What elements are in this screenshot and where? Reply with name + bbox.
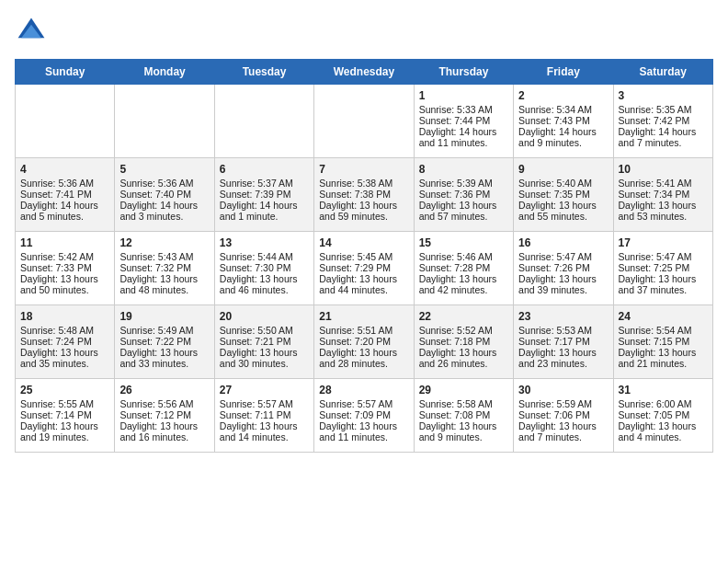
day-info: Daylight: 14 hours — [419, 126, 508, 137]
day-info: Sunrise: 5:47 AM — [518, 251, 608, 262]
day-info: and 1 minute. — [220, 211, 309, 222]
calendar-cell: 19Sunrise: 5:49 AMSunset: 7:22 PMDayligh… — [115, 305, 214, 379]
day-header-tuesday: Tuesday — [214, 60, 313, 85]
calendar-cell: 14Sunrise: 5:45 AMSunset: 7:29 PMDayligh… — [314, 232, 414, 305]
day-number: 23 — [518, 310, 608, 323]
day-number: 13 — [220, 236, 309, 249]
day-info: Sunset: 7:12 PM — [119, 409, 209, 420]
day-header-sunday: Sunday — [16, 60, 115, 85]
calendar-week-row: 11Sunrise: 5:42 AMSunset: 7:33 PMDayligh… — [16, 232, 713, 305]
day-info: Sunrise: 5:36 AM — [20, 178, 109, 189]
day-number: 7 — [319, 163, 408, 176]
day-info: Sunset: 7:14 PM — [20, 409, 109, 420]
day-info: and 11 minutes. — [319, 431, 408, 442]
day-info: Sunset: 7:22 PM — [119, 336, 209, 347]
day-number: 9 — [518, 163, 608, 176]
day-info: and 55 minutes. — [518, 211, 608, 222]
day-info: Sunrise: 5:48 AM — [20, 325, 109, 336]
day-info: Sunrise: 5:38 AM — [319, 178, 408, 189]
calendar-cell: 10Sunrise: 5:41 AMSunset: 7:34 PMDayligh… — [613, 158, 712, 232]
day-info: Sunrise: 5:55 AM — [20, 398, 109, 409]
calendar-cell: 8Sunrise: 5:39 AMSunset: 7:36 PMDaylight… — [414, 158, 513, 232]
day-info: Daylight: 13 hours — [518, 347, 608, 358]
calendar-cell — [214, 85, 313, 158]
calendar-cell: 13Sunrise: 5:44 AMSunset: 7:30 PMDayligh… — [214, 232, 313, 305]
day-info: and 7 minutes. — [619, 137, 708, 148]
calendar-cell: 5Sunrise: 5:36 AMSunset: 7:40 PMDaylight… — [115, 158, 214, 232]
day-info: Sunrise: 5:46 AM — [419, 251, 508, 262]
day-number: 30 — [518, 384, 608, 396]
day-info: Daylight: 14 hours — [220, 200, 309, 211]
day-number: 20 — [220, 310, 309, 323]
day-info: and 14 minutes. — [220, 431, 309, 442]
day-info: and 37 minutes. — [619, 284, 708, 295]
day-number: 4 — [20, 163, 109, 176]
day-info: and 7 minutes. — [518, 431, 608, 442]
day-info: Sunrise: 5:57 AM — [220, 398, 309, 409]
day-number: 29 — [419, 384, 508, 396]
day-info: and 44 minutes. — [319, 284, 408, 295]
day-info: Daylight: 13 hours — [419, 420, 508, 431]
calendar-cell: 15Sunrise: 5:46 AMSunset: 7:28 PMDayligh… — [414, 232, 513, 305]
day-info: Sunset: 7:29 PM — [319, 262, 408, 273]
calendar-cell: 11Sunrise: 5:42 AMSunset: 7:33 PMDayligh… — [16, 232, 115, 305]
day-info: Sunrise: 5:44 AM — [220, 251, 309, 262]
day-header-thursday: Thursday — [414, 60, 513, 85]
day-info: Sunset: 7:24 PM — [20, 336, 109, 347]
calendar-week-row: 25Sunrise: 5:55 AMSunset: 7:14 PMDayligh… — [16, 379, 713, 453]
calendar-cell: 7Sunrise: 5:38 AMSunset: 7:38 PMDaylight… — [314, 158, 414, 232]
calendar-cell: 23Sunrise: 5:53 AMSunset: 7:17 PMDayligh… — [514, 305, 613, 379]
day-info: Daylight: 13 hours — [220, 347, 309, 358]
day-info: Sunset: 7:18 PM — [419, 336, 508, 347]
day-info: and 33 minutes. — [119, 358, 209, 369]
day-number: 14 — [319, 236, 408, 249]
day-info: and 26 minutes. — [419, 358, 508, 369]
day-info: Daylight: 13 hours — [419, 347, 508, 358]
calendar-cell: 26Sunrise: 5:56 AMSunset: 7:12 PMDayligh… — [115, 379, 214, 453]
day-info: Daylight: 13 hours — [619, 273, 708, 284]
calendar-cell: 12Sunrise: 5:43 AMSunset: 7:32 PMDayligh… — [115, 232, 214, 305]
day-info: Sunset: 7:28 PM — [419, 262, 508, 273]
calendar-cell: 1Sunrise: 5:33 AMSunset: 7:44 PMDaylight… — [414, 85, 513, 158]
page-header — [15, 15, 713, 48]
day-info: Sunset: 7:41 PM — [20, 189, 109, 200]
day-number: 25 — [20, 384, 109, 396]
day-info: and 3 minutes. — [119, 211, 209, 222]
day-info: Daylight: 13 hours — [119, 420, 209, 431]
day-info: Sunset: 7:06 PM — [518, 409, 608, 420]
calendar-cell: 31Sunrise: 6:00 AMSunset: 7:05 PMDayligh… — [613, 379, 712, 453]
day-info: Sunset: 7:25 PM — [619, 262, 708, 273]
day-info: and 28 minutes. — [319, 358, 408, 369]
day-number: 19 — [119, 310, 209, 323]
day-info: Sunrise: 5:49 AM — [119, 325, 209, 336]
calendar-cell — [314, 85, 414, 158]
day-number: 16 — [518, 236, 608, 249]
day-info: Sunset: 7:44 PM — [419, 115, 508, 126]
day-number: 2 — [518, 89, 608, 102]
day-info: Sunrise: 5:57 AM — [319, 398, 408, 409]
calendar-cell: 20Sunrise: 5:50 AMSunset: 7:21 PMDayligh… — [214, 305, 313, 379]
day-number: 17 — [619, 236, 708, 249]
day-info: Sunset: 7:11 PM — [220, 409, 309, 420]
day-info: and 9 minutes. — [419, 431, 508, 442]
calendar-week-row: 18Sunrise: 5:48 AMSunset: 7:24 PMDayligh… — [16, 305, 713, 379]
calendar-cell: 24Sunrise: 5:54 AMSunset: 7:15 PMDayligh… — [613, 305, 712, 379]
day-info: Daylight: 13 hours — [220, 420, 309, 431]
day-header-wednesday: Wednesday — [314, 60, 414, 85]
day-number: 10 — [619, 163, 708, 176]
day-info: Daylight: 13 hours — [319, 273, 408, 284]
day-info: Daylight: 13 hours — [319, 420, 408, 431]
day-info: Daylight: 13 hours — [518, 273, 608, 284]
day-number: 3 — [619, 89, 708, 102]
day-info: Sunrise: 5:37 AM — [220, 178, 309, 189]
day-info: Sunrise: 5:39 AM — [419, 178, 508, 189]
logo — [15, 15, 53, 48]
day-info: and 30 minutes. — [220, 358, 309, 369]
day-info: Daylight: 13 hours — [119, 273, 209, 284]
calendar-cell — [16, 85, 115, 158]
day-info: Sunrise: 5:56 AM — [119, 398, 209, 409]
day-info: and 59 minutes. — [319, 211, 408, 222]
day-info: Daylight: 13 hours — [619, 420, 708, 431]
calendar-week-row: 4Sunrise: 5:36 AMSunset: 7:41 PMDaylight… — [16, 158, 713, 232]
day-info: Sunrise: 5:40 AM — [518, 178, 608, 189]
